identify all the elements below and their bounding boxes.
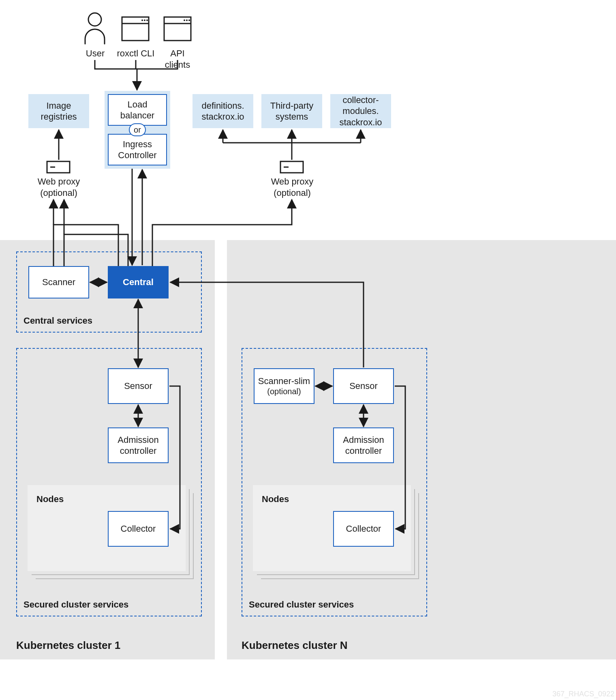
proxy-right-icon <box>280 161 304 174</box>
roxctl-label: roxctl CLI <box>113 48 158 59</box>
api-clients-label: API clients <box>157 48 198 70</box>
load-balancer-box: Load balancer <box>108 94 167 126</box>
proxy-left-optional: (optional) <box>40 188 77 198</box>
admissionN-box: Admission controller <box>333 427 394 463</box>
svg-point-9 <box>186 19 188 21</box>
scanner-slim-optional: (optional) <box>258 387 310 397</box>
svg-point-5 <box>146 19 148 21</box>
nodesN-label: Nodes <box>262 494 289 505</box>
scanner-slim-box: Scanner-slim (optional) <box>254 368 314 404</box>
secured-cluster1-label: Secured cluster services <box>24 599 128 610</box>
proxy-right-title: Web proxy <box>271 176 314 187</box>
api-window-icon <box>163 16 192 41</box>
or-pill: or <box>129 123 146 136</box>
nodes1-label: Nodes <box>36 494 64 505</box>
secured-clusterN-label: Secured cluster services <box>249 599 354 610</box>
clusterN-title: Kubernetes cluster N <box>242 639 348 652</box>
cluster1-title: Kubernetes cluster 1 <box>16 639 120 652</box>
central-box: Central <box>108 266 169 298</box>
svg-point-10 <box>188 19 190 21</box>
admission1-box: Admission controller <box>108 427 169 463</box>
proxy-left-icon <box>46 161 71 174</box>
svg-point-0 <box>88 13 101 26</box>
collector1-box: Collector <box>108 511 169 547</box>
sensor1-box: Sensor <box>108 368 169 404</box>
sensorN-box: Sensor <box>333 368 394 404</box>
collector-modules-box: collector- modules. stackrox.io <box>330 94 391 128</box>
watermark: 367_RHACS_0922 <box>552 690 614 698</box>
svg-point-8 <box>184 19 185 21</box>
third-party-box: Third-party systems <box>261 94 322 128</box>
svg-point-4 <box>144 19 145 21</box>
proxy-right-label: Web proxy (optional) <box>270 176 314 198</box>
scanner-slim-title: Scanner-slim <box>258 376 310 387</box>
collectorN-box: Collector <box>333 511 394 547</box>
diagram-canvas: User roxctl CLI API clients Image regist… <box>0 0 616 700</box>
proxy-right-optional: (optional) <box>274 188 311 198</box>
ingress-controller-box: Ingress Controller <box>108 134 167 165</box>
user-label: User <box>81 48 109 59</box>
image-registries-box: Image registries <box>28 94 89 128</box>
scanner-box: Scanner <box>28 266 89 298</box>
proxy-left-title: Web proxy <box>38 176 80 187</box>
roxctl-window-icon <box>121 16 150 41</box>
user-icon <box>83 12 107 45</box>
definitions-box: definitions. stackrox.io <box>192 94 253 128</box>
central-services-label: Central services <box>24 316 92 326</box>
proxy-left-label: Web proxy (optional) <box>36 176 81 198</box>
svg-point-3 <box>141 19 143 21</box>
